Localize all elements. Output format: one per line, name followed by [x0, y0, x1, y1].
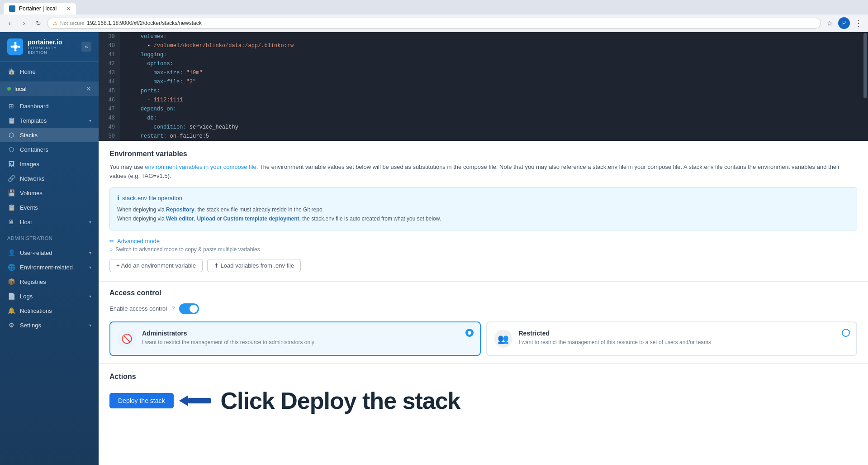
- sidebar-item-containers[interactable]: ⬡ Containers: [0, 142, 99, 157]
- logo-text: portainer.io: [28, 38, 77, 46]
- code-line: max-size: "10m": [128, 68, 861, 77]
- sidebar-admin-icon: 📦: [7, 278, 15, 285]
- code-line: max-file: "3": [128, 77, 861, 86]
- sidebar-item-home[interactable]: 🏠 Home: [0, 64, 99, 79]
- access-card-restricted[interactable]: 👥 Restricted I want to restrict the mana…: [486, 321, 858, 356]
- info-box: ℹ stack.env file operation When deployin…: [109, 187, 857, 230]
- browser-tab[interactable]: Portainer | local ✕: [4, 3, 76, 14]
- sidebar-admin-arrow-icon: ▾: [89, 265, 91, 270]
- sidebar: portainer.io Community Edition « 🏠 Home …: [0, 32, 99, 465]
- svg-marker-7: [179, 395, 188, 406]
- sidebar-admin-item-logs[interactable]: 📄 Logs ▾: [0, 289, 99, 303]
- tab-close-btn[interactable]: ✕: [66, 6, 71, 12]
- deploy-stack-btn[interactable]: Deploy the stack: [109, 393, 174, 408]
- sidebar-admin-arrow-icon: ▾: [89, 323, 91, 328]
- sidebar-home-label: Home: [20, 68, 91, 75]
- env-status-dot: [7, 87, 11, 91]
- sidebar-icon: 💾: [7, 189, 15, 197]
- sidebar-admin-item-user-related[interactable]: 👤 User-related ▾: [0, 245, 99, 260]
- sidebar-icon: 🖥: [7, 218, 15, 225]
- access-card-administrators[interactable]: 🚫 Administrators I want to restrict the …: [109, 321, 481, 356]
- sidebar-item-dashboard[interactable]: ⊞ Dashboard: [0, 99, 99, 113]
- sidebar-item-volumes[interactable]: 💾 Volumes: [0, 186, 99, 200]
- code-line: logging:: [128, 50, 861, 59]
- sidebar-admin-label: Settings: [20, 322, 85, 329]
- browser-back-btn[interactable]: ‹: [4, 17, 15, 29]
- sidebar-icon: 🔗: [7, 175, 15, 182]
- add-env-var-btn[interactable]: + Add an environment variable: [109, 259, 203, 272]
- address-bar[interactable]: ⚠ Not secure 192.168.1.18:9000/#!/2/dock…: [47, 18, 821, 29]
- svg-point-4: [18, 46, 20, 48]
- access-control-toggle[interactable]: [179, 303, 199, 314]
- click-annotation-text: Click Deploy the stack: [221, 387, 460, 414]
- sidebar-env-header[interactable]: local ✕: [0, 81, 99, 96]
- env-vars-title: Environment variables: [109, 150, 857, 158]
- access-card-icon-administrators: 🚫: [118, 330, 136, 348]
- actions-row: Deploy the stack Click Deploy the st: [109, 387, 857, 414]
- code-line: volumes:: [128, 32, 861, 41]
- help-icon: ?: [171, 305, 175, 312]
- browser-forward-btn[interactable]: ›: [18, 17, 30, 29]
- sidebar-item-stacks[interactable]: ⬡ Stacks: [0, 128, 99, 142]
- code-line: - 1112:1111: [128, 96, 861, 105]
- svg-point-2: [14, 49, 16, 52]
- sidebar-item-label: Dashboard: [20, 103, 91, 110]
- security-icon: ⚠: [53, 20, 57, 26]
- sidebar-admin-item-environment-related[interactable]: 🌐 Environment-related ▾: [0, 260, 99, 274]
- advanced-mode-toggle[interactable]: ✏ Advanced mode: [109, 238, 857, 244]
- browser-menu-btn[interactable]: ⋮: [853, 17, 864, 29]
- logo-edition: Community Edition: [28, 46, 77, 55]
- browser-reload-btn[interactable]: ↻: [33, 17, 44, 29]
- security-label: Not secure: [60, 20, 84, 26]
- sidebar-collapse-btn[interactable]: «: [81, 42, 91, 52]
- access-card-radio-administrators[interactable]: [465, 329, 474, 337]
- arrow-icon: [179, 390, 215, 412]
- sidebar-admin-icon: 🔔: [7, 307, 15, 314]
- sidebar-item-label: Host: [20, 219, 85, 225]
- sidebar-item-label: Images: [20, 161, 91, 168]
- sidebar-item-host[interactable]: 🖥 Host ▾: [0, 215, 99, 229]
- sidebar-item-label: Stacks: [20, 132, 91, 139]
- access-card-content-restricted: Restricted I want to restrict the manage…: [519, 330, 711, 346]
- profile-avatar[interactable]: P: [838, 17, 850, 29]
- sidebar-item-label: Volumes: [20, 190, 91, 197]
- logo-icon: [7, 38, 23, 55]
- enable-access-label: Enable access control: [109, 305, 167, 312]
- code-line: db:: [128, 114, 861, 123]
- code-scrollbar[interactable]: [863, 32, 868, 141]
- sidebar-icon: 📋: [7, 204, 15, 211]
- browser-chrome: Portainer | local ✕ ‹ › ↻ ⚠ Not secure 1…: [0, 0, 868, 32]
- env-vars-desc: You may use environment variables in you…: [109, 163, 857, 180]
- sidebar-admin-item-settings[interactable]: ⚙ Settings ▾: [0, 318, 99, 332]
- sidebar-item-templates[interactable]: 📋 Templates ▾: [0, 113, 99, 128]
- sidebar-item-events[interactable]: 📋 Events: [0, 200, 99, 215]
- sidebar-admin-icon: 📄: [7, 292, 15, 300]
- advanced-mode-hint-text: Switch to advanced mode to copy & paste …: [115, 246, 260, 253]
- svg-rect-6: [188, 398, 211, 403]
- address-url: 192.168.1.18:9000/#!/2/docker/stacks/new…: [87, 20, 202, 26]
- sidebar-item-images[interactable]: 🖼 Images: [0, 157, 99, 171]
- access-card-title-restricted: Restricted: [519, 330, 711, 337]
- info-box-body: When deploying via Repository, the stack…: [117, 205, 849, 224]
- code-editor[interactable]: 394041424344454647484950 volumes: - /vol…: [99, 32, 868, 141]
- access-card-radio-restricted[interactable]: [842, 329, 850, 337]
- sidebar-admin-item-notifications[interactable]: 🔔 Notifications: [0, 303, 99, 318]
- access-card-icon-restricted: 👥: [494, 330, 512, 348]
- code-line: ports:: [128, 86, 861, 96]
- load-env-btn[interactable]: ⬆ Load variables from .env file: [207, 259, 301, 272]
- sidebar-admin-item-registries[interactable]: 📦 Registries: [0, 274, 99, 289]
- access-cards: 🚫 Administrators I want to restrict the …: [109, 321, 857, 356]
- info-icon: ℹ: [117, 194, 119, 201]
- access-card-content-administrators: Administrators I want to restrict the ma…: [142, 330, 314, 346]
- tab-favicon: [9, 5, 15, 12]
- access-control-section: Access control Enable access control ? 🚫…: [99, 281, 868, 363]
- sidebar-admin-icon: ⚙: [7, 321, 15, 329]
- sidebar-admin-icon: 🌐: [7, 264, 15, 271]
- env-vars-link[interactable]: environment variables in your compose fi…: [145, 163, 256, 170]
- env-close-btn[interactable]: ✕: [86, 85, 91, 92]
- access-card-desc-restricted: I want to restrict the management of thi…: [519, 339, 711, 346]
- sidebar-item-networks[interactable]: 🔗 Networks: [0, 171, 99, 186]
- code-line: depends_on:: [128, 105, 861, 114]
- access-card-title-administrators: Administrators: [142, 330, 314, 337]
- bookmark-btn[interactable]: ☆: [824, 17, 835, 29]
